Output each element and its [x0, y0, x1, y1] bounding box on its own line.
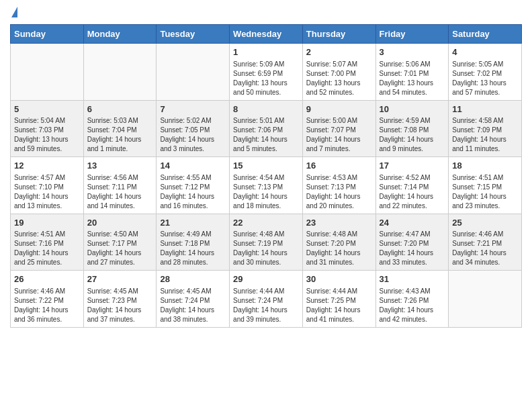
day-info: Sunrise: 4:46 AM Sunset: 7:22 PM Dayligh… [14, 287, 80, 324]
day-info: Sunrise: 4:53 AM Sunset: 7:13 PM Dayligh… [306, 173, 372, 211]
calendar-cell: 8Sunrise: 5:01 AM Sunset: 7:06 PM Daylig… [230, 100, 303, 157]
day-info: Sunrise: 4:57 AM Sunset: 7:10 PM Dayligh… [14, 173, 80, 211]
calendar-table: SundayMondayTuesdayWednesdayThursdayFrid… [10, 24, 522, 328]
day-number: 2 [306, 46, 372, 58]
day-info: Sunrise: 4:44 AM Sunset: 7:24 PM Dayligh… [233, 287, 299, 324]
logo-line [10, 7, 17, 19]
calendar-cell: 30Sunrise: 4:44 AM Sunset: 7:25 PM Dayli… [302, 271, 375, 328]
calendar-header-wednesday: Wednesday [230, 25, 303, 44]
day-info: Sunrise: 5:05 AM Sunset: 7:02 PM Dayligh… [452, 60, 518, 97]
calendar-cell: 23Sunrise: 4:48 AM Sunset: 7:20 PM Dayli… [302, 214, 375, 271]
day-info: Sunrise: 5:04 AM Sunset: 7:03 PM Dayligh… [14, 116, 80, 154]
day-info: Sunrise: 5:00 AM Sunset: 7:07 PM Dayligh… [306, 116, 372, 154]
calendar-header-tuesday: Tuesday [157, 25, 230, 44]
day-number: 10 [380, 103, 445, 116]
calendar-cell: 20Sunrise: 4:50 AM Sunset: 7:17 PM Dayli… [83, 214, 157, 271]
calendar-cell: 17Sunrise: 4:52 AM Sunset: 7:14 PM Dayli… [375, 157, 449, 214]
calendar-cell: 18Sunrise: 4:51 AM Sunset: 7:15 PM Dayli… [449, 157, 522, 214]
calendar-week-row: 26Sunrise: 4:46 AM Sunset: 7:22 PM Dayli… [11, 271, 522, 328]
calendar-cell: 12Sunrise: 4:57 AM Sunset: 7:10 PM Dayli… [11, 157, 84, 214]
calendar-header-monday: Monday [83, 25, 157, 44]
day-info: Sunrise: 4:59 AM Sunset: 7:08 PM Dayligh… [380, 116, 445, 154]
day-info: Sunrise: 5:07 AM Sunset: 7:00 PM Dayligh… [306, 60, 372, 97]
day-info: Sunrise: 4:56 AM Sunset: 7:11 PM Dayligh… [87, 173, 153, 211]
day-info: Sunrise: 4:50 AM Sunset: 7:17 PM Dayligh… [87, 230, 153, 267]
day-info: Sunrise: 4:44 AM Sunset: 7:25 PM Dayligh… [306, 287, 372, 324]
logo [10, 7, 17, 19]
day-number: 21 [160, 217, 226, 229]
logo-triangle-icon [11, 7, 17, 17]
day-number: 31 [380, 273, 445, 285]
day-number: 22 [233, 217, 299, 229]
calendar-cell: 31Sunrise: 4:43 AM Sunset: 7:26 PM Dayli… [375, 271, 449, 328]
day-number: 25 [452, 217, 518, 229]
day-info: Sunrise: 5:06 AM Sunset: 7:01 PM Dayligh… [380, 60, 445, 97]
day-number: 6 [87, 103, 153, 116]
calendar-cell: 22Sunrise: 4:48 AM Sunset: 7:19 PM Dayli… [230, 214, 303, 271]
header [10, 7, 522, 19]
day-info: Sunrise: 4:51 AM Sunset: 7:15 PM Dayligh… [452, 173, 518, 211]
day-number: 14 [160, 160, 226, 172]
calendar-cell: 27Sunrise: 4:45 AM Sunset: 7:23 PM Dayli… [83, 271, 157, 328]
calendar-cell: 29Sunrise: 4:44 AM Sunset: 7:24 PM Dayli… [230, 271, 303, 328]
day-info: Sunrise: 4:48 AM Sunset: 7:20 PM Dayligh… [306, 230, 372, 267]
day-number: 18 [452, 160, 518, 172]
day-info: Sunrise: 4:55 AM Sunset: 7:12 PM Dayligh… [160, 173, 226, 211]
day-info: Sunrise: 4:49 AM Sunset: 7:18 PM Dayligh… [160, 230, 226, 267]
calendar-header-thursday: Thursday [302, 25, 375, 44]
calendar-header-friday: Friday [375, 25, 449, 44]
calendar-header-sunday: Sunday [11, 25, 84, 44]
day-number: 5 [14, 103, 80, 116]
day-number: 24 [380, 217, 445, 229]
day-info: Sunrise: 4:51 AM Sunset: 7:16 PM Dayligh… [14, 230, 80, 267]
calendar-header-saturday: Saturday [449, 25, 522, 44]
calendar-cell: 25Sunrise: 4:46 AM Sunset: 7:21 PM Dayli… [449, 214, 522, 271]
page: SundayMondayTuesdayWednesdayThursdayFrid… [0, 0, 532, 411]
calendar-cell: 4Sunrise: 5:05 AM Sunset: 7:02 PM Daylig… [449, 44, 522, 101]
day-number: 16 [306, 160, 372, 172]
calendar-cell: 2Sunrise: 5:07 AM Sunset: 7:00 PM Daylig… [302, 44, 375, 101]
calendar-cell: 15Sunrise: 4:54 AM Sunset: 7:13 PM Dayli… [230, 157, 303, 214]
calendar-header-row: SundayMondayTuesdayWednesdayThursdayFrid… [11, 25, 522, 44]
day-number: 9 [306, 103, 372, 116]
day-info: Sunrise: 4:54 AM Sunset: 7:13 PM Dayligh… [233, 173, 299, 211]
calendar-cell: 9Sunrise: 5:00 AM Sunset: 7:07 PM Daylig… [302, 100, 375, 157]
calendar-cell: 3Sunrise: 5:06 AM Sunset: 7:01 PM Daylig… [375, 44, 449, 101]
day-number: 13 [87, 160, 153, 172]
day-number: 23 [306, 217, 372, 229]
day-info: Sunrise: 4:58 AM Sunset: 7:09 PM Dayligh… [452, 116, 518, 154]
day-number: 15 [233, 160, 299, 172]
day-number: 7 [160, 103, 226, 116]
calendar-cell: 24Sunrise: 4:47 AM Sunset: 7:20 PM Dayli… [375, 214, 449, 271]
calendar-cell: 7Sunrise: 5:02 AM Sunset: 7:05 PM Daylig… [157, 100, 230, 157]
calendar-week-row: 5Sunrise: 5:04 AM Sunset: 7:03 PM Daylig… [11, 100, 522, 157]
calendar-cell: 6Sunrise: 5:03 AM Sunset: 7:04 PM Daylig… [83, 100, 157, 157]
calendar-cell [83, 44, 157, 101]
day-info: Sunrise: 4:47 AM Sunset: 7:20 PM Dayligh… [380, 230, 445, 267]
day-number: 4 [452, 46, 518, 58]
day-number: 17 [380, 160, 445, 172]
day-info: Sunrise: 5:03 AM Sunset: 7:04 PM Dayligh… [87, 116, 153, 154]
day-number: 12 [14, 160, 80, 172]
day-number: 29 [233, 273, 299, 285]
day-number: 28 [160, 273, 226, 285]
day-number: 1 [233, 46, 299, 58]
calendar-cell: 26Sunrise: 4:46 AM Sunset: 7:22 PM Dayli… [11, 271, 84, 328]
day-number: 19 [14, 217, 80, 229]
calendar-cell: 13Sunrise: 4:56 AM Sunset: 7:11 PM Dayli… [83, 157, 157, 214]
day-info: Sunrise: 4:46 AM Sunset: 7:21 PM Dayligh… [452, 230, 518, 267]
day-number: 30 [306, 273, 372, 285]
calendar-week-row: 1Sunrise: 5:09 AM Sunset: 6:59 PM Daylig… [11, 44, 522, 101]
day-info: Sunrise: 5:09 AM Sunset: 6:59 PM Dayligh… [233, 60, 299, 97]
calendar-week-row: 12Sunrise: 4:57 AM Sunset: 7:10 PM Dayli… [11, 157, 522, 214]
calendar-cell: 10Sunrise: 4:59 AM Sunset: 7:08 PM Dayli… [375, 100, 449, 157]
calendar-cell [449, 271, 522, 328]
day-info: Sunrise: 4:48 AM Sunset: 7:19 PM Dayligh… [233, 230, 299, 267]
calendar-cell: 5Sunrise: 5:04 AM Sunset: 7:03 PM Daylig… [11, 100, 84, 157]
day-number: 11 [452, 103, 518, 116]
calendar-cell: 1Sunrise: 5:09 AM Sunset: 6:59 PM Daylig… [230, 44, 303, 101]
day-number: 20 [87, 217, 153, 229]
day-info: Sunrise: 4:52 AM Sunset: 7:14 PM Dayligh… [380, 173, 445, 211]
day-number: 27 [87, 273, 153, 285]
day-number: 8 [233, 103, 299, 116]
